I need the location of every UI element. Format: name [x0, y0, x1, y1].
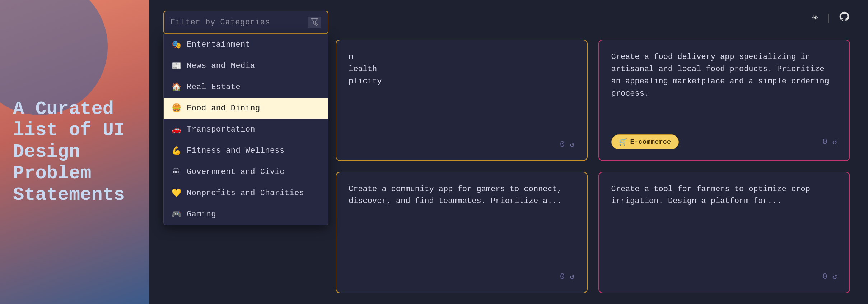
- dropdown-item-label: Transportation: [187, 125, 255, 134]
- cards-area: nlealthplicity 0 ↺ Create a food deliver…: [336, 40, 850, 293]
- dropdown-item-entertainment[interactable]: 🎭Entertainment: [164, 34, 328, 55]
- divider: |: [825, 13, 831, 24]
- card-3-text: Create a community app for gamers to con…: [349, 183, 575, 207]
- card-3-count: 0: [560, 272, 565, 281]
- dropdown-item-food-and-dining[interactable]: 🍔Food and Dining: [164, 98, 328, 119]
- dropdown-item-label: Food and Dining: [187, 104, 260, 113]
- filter-clear-icon[interactable]: [308, 17, 321, 28]
- card-1-actions: 0 ↺: [560, 140, 574, 149]
- dropdown-item-emoji: 🏛: [171, 167, 182, 177]
- dropdown-item-emoji: 📰: [171, 61, 182, 71]
- card-2: Create a food delivery app specializing …: [598, 40, 850, 161]
- sun-icon[interactable]: ☀: [812, 12, 818, 24]
- card-2-actions: 0 ↺: [823, 137, 837, 147]
- card-3: Create a community app for gamers to con…: [336, 172, 588, 293]
- card-3-footer: 0 ↺: [349, 272, 575, 282]
- card-3-actions: 0 ↺: [560, 272, 574, 282]
- dropdown-item-emoji: 🍔: [171, 103, 182, 113]
- dropdown-item-emoji: 🚗: [171, 125, 182, 134]
- filter-placeholder: Filter by Categories: [171, 18, 308, 27]
- main-content: ☀ | Filter by Categories 🎭Entertainment📰…: [149, 0, 868, 304]
- sidebar: A Curated list of UI Design Problem Stat…: [0, 0, 149, 304]
- dropdown-item-label: Nonprofits and Charities: [187, 189, 304, 198]
- dropdown-item-label: Entertainment: [187, 40, 250, 49]
- dropdown-item-emoji: 🎮: [171, 209, 182, 219]
- card-4-refresh-icon[interactable]: ↺: [832, 272, 837, 282]
- card-2-badge-label: E-commerce: [630, 138, 671, 146]
- card-3-refresh-icon[interactable]: ↺: [570, 272, 574, 282]
- dropdown-item-news-and-media[interactable]: 📰News and Media: [164, 55, 328, 77]
- dropdown-item-fitness-and-wellness[interactable]: 💪Fitness and Wellness: [164, 140, 328, 161]
- dropdown-item-gaming[interactable]: 🎮Gaming: [164, 204, 328, 225]
- dropdown-item-label: Real Estate: [187, 83, 241, 92]
- card-4-count: 0: [823, 272, 827, 281]
- top-bar: ☀ |: [812, 11, 850, 25]
- card-2-refresh-icon[interactable]: ↺: [832, 137, 837, 147]
- sidebar-title: A Curated list of UI Design Problem Stat…: [0, 84, 149, 220]
- card-1-refresh-icon[interactable]: ↺: [570, 140, 574, 149]
- card-1-text: nlealthplicity: [349, 51, 575, 88]
- github-icon[interactable]: [839, 11, 850, 25]
- card-2-count: 0: [823, 138, 827, 147]
- dropdown-item-government-and-civic[interactable]: 🏛Government and Civic: [164, 161, 328, 183]
- card-4-actions: 0 ↺: [823, 272, 837, 282]
- dropdown-item-real-estate[interactable]: 🏠Real Estate: [164, 77, 328, 98]
- card-4-text: Create a tool for farmers to optimize cr…: [611, 183, 837, 207]
- dropdown-item-emoji: 🎭: [171, 40, 182, 50]
- dropdown-item-emoji: 💛: [171, 188, 182, 198]
- card-4-footer: 0 ↺: [611, 272, 837, 282]
- card-2-badge-emoji: 🛒: [619, 138, 627, 146]
- dropdown-list: 🎭Entertainment📰News and Media🏠Real Estat…: [163, 34, 328, 225]
- dropdown-item-label: Fitness and Wellness: [187, 146, 285, 155]
- dropdown-item-emoji: 💪: [171, 146, 182, 156]
- filter-input[interactable]: Filter by Categories: [163, 11, 328, 34]
- dropdown-item-nonprofits-and-charities[interactable]: 💛Nonprofits and Charities: [164, 183, 328, 204]
- card-1-count: 0: [560, 140, 565, 149]
- card-2-badge[interactable]: 🛒 E-commerce: [611, 134, 679, 149]
- card-1: nlealthplicity 0 ↺: [336, 40, 588, 161]
- card-2-text: Create a food delivery app specializing …: [611, 51, 837, 100]
- card-4: Create a tool for farmers to optimize cr…: [598, 172, 850, 293]
- dropdown-item-label: Government and Civic: [187, 167, 285, 176]
- dropdown-item-emoji: 🏠: [171, 82, 182, 92]
- card-1-footer: 0 ↺: [349, 140, 575, 149]
- card-2-footer: 🛒 E-commerce 0 ↺: [611, 134, 837, 149]
- dropdown-item-label: Gaming: [187, 210, 216, 219]
- filter-dropdown-area: Filter by Categories 🎭Entertainment📰News…: [163, 11, 328, 225]
- dropdown-item-label: News and Media: [187, 61, 255, 70]
- dropdown-item-transportation[interactable]: 🚗Transportation: [164, 119, 328, 140]
